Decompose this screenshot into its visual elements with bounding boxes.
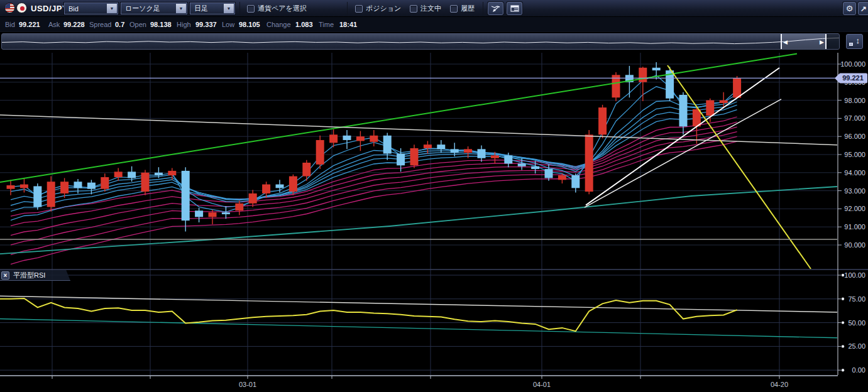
candle [639, 68, 647, 82]
candle [101, 177, 109, 189]
candle [598, 107, 607, 134]
candle [733, 78, 741, 97]
candle [209, 212, 217, 217]
candle [370, 136, 378, 142]
date-axis-label: 04-20 [771, 381, 788, 388]
candle [397, 154, 405, 166]
rsi-axis-label: 100.00 [844, 271, 865, 279]
price-axis-label: 98.000 [844, 97, 865, 104]
candle [182, 171, 190, 220]
candle [451, 149, 459, 153]
candle [289, 177, 297, 192]
candle [585, 134, 593, 192]
price-axis-label: 95.000 [844, 151, 865, 158]
candle [114, 172, 123, 177]
current-price-badge-value: 99.221 [842, 74, 864, 82]
candle [249, 193, 257, 204]
price-axis-label: 100.000 [840, 60, 865, 68]
price-axis-label: 97.000 [844, 114, 865, 122]
candle [531, 166, 539, 169]
rsi-axis-label: 25.00 [848, 342, 865, 350]
candle [7, 185, 15, 189]
price-axis-label: 91.000 [844, 223, 865, 231]
candle [235, 204, 243, 211]
rsi-panel-tag: × 平滑型RSI [0, 270, 70, 281]
price-axis-label: 93.000 [844, 187, 865, 195]
candle [155, 173, 163, 175]
candle [518, 163, 526, 166]
candle [343, 136, 351, 140]
candle [464, 149, 472, 153]
candle [558, 175, 566, 180]
candle [356, 136, 365, 141]
candle [410, 148, 419, 165]
candle [491, 155, 499, 158]
candle [424, 144, 432, 148]
trading-app: USD/JPY Bid ▼ ローソク足 ▼ 日足 ▼ 通貨ペアを選択 ポジション… [0, 0, 868, 392]
candle [74, 182, 82, 188]
candle [33, 186, 41, 207]
candle [20, 185, 28, 188]
rsi-axis-label: 75.00 [848, 295, 865, 303]
candle [168, 171, 176, 175]
candle [87, 183, 96, 189]
candle [302, 163, 310, 177]
price-axis-label: 96.000 [844, 133, 865, 140]
candle [195, 210, 203, 217]
candle [128, 172, 136, 178]
rsi-axis-label: 0.00 [852, 366, 865, 374]
price-axis-label: 94.000 [844, 169, 865, 177]
candle [276, 185, 284, 188]
candle [545, 169, 553, 178]
candle [478, 149, 486, 158]
candle [60, 182, 69, 193]
candle [262, 185, 270, 193]
candle [504, 155, 512, 163]
candle [141, 173, 150, 192]
candle [679, 95, 688, 126]
candle [720, 101, 728, 103]
candle [222, 212, 230, 214]
candle [47, 182, 55, 207]
candle [706, 101, 714, 116]
candle [329, 134, 338, 143]
candle [383, 136, 392, 154]
rsi-panel-title: 平滑型RSI [13, 271, 45, 280]
candle [571, 175, 580, 188]
candle [437, 144, 445, 149]
chart-canvas[interactable]: 100.00099.00098.00097.00096.00095.00094.… [0, 0, 868, 392]
candle [316, 140, 324, 165]
price-axis-label: 90.000 [844, 241, 865, 249]
rsi-close-button[interactable]: × [1, 271, 9, 280]
price-axis-label: 92.000 [844, 205, 865, 212]
candle [652, 68, 661, 70]
date-axis-label: 04-01 [533, 381, 551, 388]
rsi-axis-label: 50.00 [848, 319, 865, 327]
date-axis-label: 03-01 [239, 381, 256, 388]
